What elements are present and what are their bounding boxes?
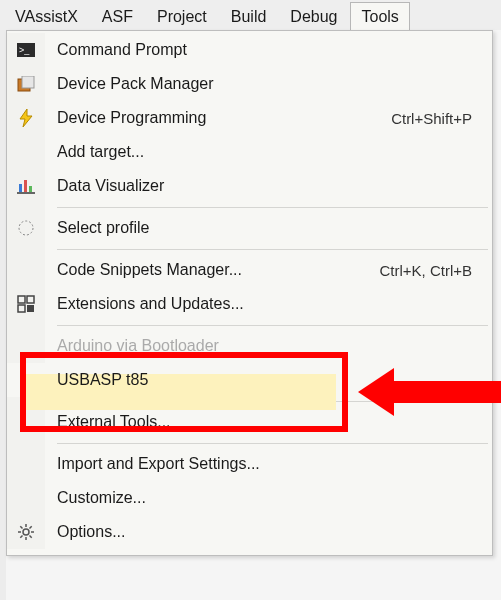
menu-label: Command Prompt xyxy=(45,41,472,59)
menubar-item-debug[interactable]: Debug xyxy=(279,2,348,30)
svg-rect-6 xyxy=(19,184,22,192)
gear-icon xyxy=(7,515,45,549)
menu-item-code-snippets-manager[interactable]: Code Snippets Manager... Ctrl+K, Ctrl+B xyxy=(7,253,492,287)
profile-icon xyxy=(7,211,45,245)
extensions-icon xyxy=(7,287,45,321)
svg-point-9 xyxy=(19,221,33,235)
svg-rect-7 xyxy=(24,180,27,192)
menu-item-device-programming[interactable]: Device Programming Ctrl+Shift+P xyxy=(7,101,492,135)
callout-arrow xyxy=(358,368,501,416)
tools-dropdown: >_ Command Prompt Device Pack Manager De… xyxy=(6,30,493,556)
menu-label: Extensions and Updates... xyxy=(45,295,472,313)
menubar-item-project[interactable]: Project xyxy=(146,2,218,30)
menu-label: Code Snippets Manager... xyxy=(45,261,379,279)
menu-item-add-target[interactable]: Add target... xyxy=(7,135,492,169)
menu-item-device-pack-manager[interactable]: Device Pack Manager xyxy=(7,67,492,101)
menubar-item-tools[interactable]: Tools xyxy=(350,2,409,30)
menu-item-command-prompt[interactable]: >_ Command Prompt xyxy=(7,33,492,67)
blank-icon xyxy=(7,363,45,397)
svg-rect-3 xyxy=(22,76,34,88)
menu-label: Select profile xyxy=(45,219,472,237)
menu-label: Import and Export Settings... xyxy=(45,455,472,473)
menubar-item-vassistx[interactable]: VAssistX xyxy=(4,2,89,30)
svg-rect-10 xyxy=(18,296,25,303)
menu-shortcut: Ctrl+K, Ctrl+B xyxy=(379,262,480,279)
svg-marker-4 xyxy=(20,109,32,127)
svg-rect-8 xyxy=(29,186,32,192)
menu-item-select-profile[interactable]: Select profile xyxy=(7,211,492,245)
menu-label: Arduino via Bootloader xyxy=(45,337,472,355)
menu-separator xyxy=(7,245,492,253)
device-pack-icon xyxy=(7,67,45,101)
menu-item-options[interactable]: Options... xyxy=(7,515,492,549)
blank-icon xyxy=(7,447,45,481)
svg-line-20 xyxy=(30,536,32,538)
svg-point-14 xyxy=(23,529,29,535)
lightning-icon xyxy=(7,101,45,135)
blank-icon xyxy=(7,135,45,169)
menu-label: Options... xyxy=(45,523,472,541)
menu-separator xyxy=(7,439,492,447)
menu-shortcut: Ctrl+Shift+P xyxy=(391,110,480,127)
menu-label: Device Programming xyxy=(45,109,391,127)
menu-item-import-export-settings[interactable]: Import and Export Settings... xyxy=(7,447,492,481)
chart-icon xyxy=(7,169,45,203)
menu-label: Device Pack Manager xyxy=(45,75,472,93)
svg-line-22 xyxy=(30,526,32,528)
blank-icon xyxy=(7,481,45,515)
blank-icon xyxy=(7,329,45,363)
svg-line-21 xyxy=(20,536,22,538)
menu-label: Add target... xyxy=(45,143,472,161)
svg-text:>_: >_ xyxy=(19,45,30,55)
blank-icon xyxy=(7,253,45,287)
menu-label: Customize... xyxy=(45,489,472,507)
blank-icon xyxy=(7,405,45,439)
terminal-icon: >_ xyxy=(7,33,45,67)
menu-label: Data Visualizer xyxy=(45,177,472,195)
menu-item-data-visualizer[interactable]: Data Visualizer xyxy=(7,169,492,203)
svg-rect-5 xyxy=(17,192,35,194)
svg-rect-11 xyxy=(27,296,34,303)
app-window: VAssistX ASF Project Build Debug Tools >… xyxy=(0,0,501,600)
svg-line-19 xyxy=(20,526,22,528)
menubar: VAssistX ASF Project Build Debug Tools xyxy=(0,0,501,30)
menu-separator xyxy=(7,321,492,329)
menu-separator xyxy=(7,203,492,211)
menu-item-extensions-and-updates[interactable]: Extensions and Updates... xyxy=(7,287,492,321)
menubar-item-build[interactable]: Build xyxy=(220,2,278,30)
menu-item-arduino-via-bootloader[interactable]: Arduino via Bootloader xyxy=(7,329,492,363)
menubar-item-asf[interactable]: ASF xyxy=(91,2,144,30)
svg-rect-12 xyxy=(18,305,25,312)
menu-item-customize[interactable]: Customize... xyxy=(7,481,492,515)
svg-rect-13 xyxy=(27,305,34,312)
